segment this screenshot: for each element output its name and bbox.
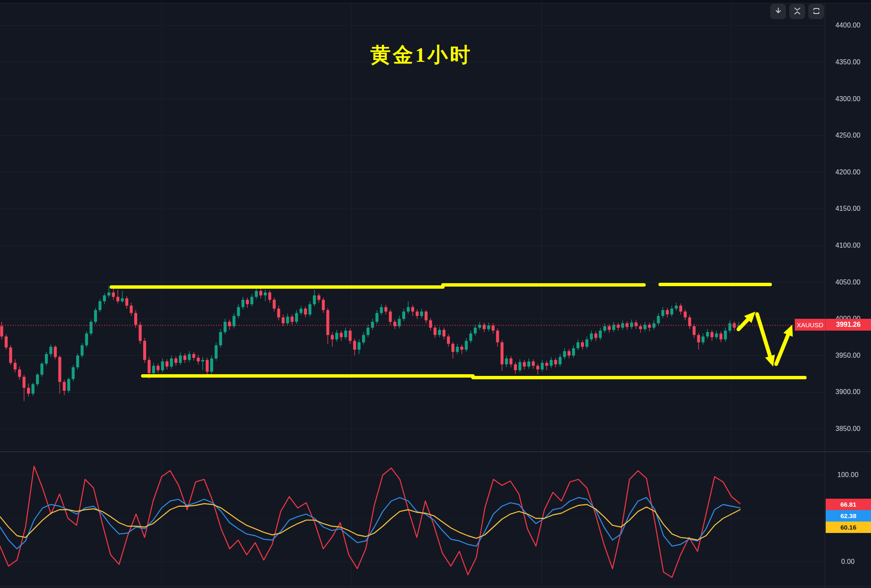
indicator-tick-label: 100.00	[825, 471, 871, 479]
price-tick-label: 4250.00	[825, 132, 871, 139]
chart-title: 黄金1小时	[349, 41, 493, 69]
indicator-value-badge: 66.81	[826, 499, 871, 510]
indicator-value-badge: 62.38	[826, 510, 871, 522]
price-tick-label: 4200.00	[825, 168, 871, 176]
symbol-name: XAUUSD	[797, 321, 824, 329]
price-tick-label: 3900.00	[825, 388, 871, 396]
indicator-tick-label: 0.00	[825, 558, 871, 566]
top-strip	[0, 0, 871, 3]
last-price-flag: 3991.26	[826, 319, 871, 331]
price-tick-label: 3850.00	[825, 425, 871, 433]
collapse-chevrons-icon	[793, 7, 802, 17]
price-tick-label: 3950.00	[825, 352, 871, 359]
price-tick-label: 4100.00	[825, 242, 871, 249]
download-button[interactable]	[770, 4, 786, 19]
download-arrow-icon	[774, 7, 783, 17]
frame-icon	[812, 7, 821, 17]
price-tick-label: 4150.00	[825, 205, 871, 213]
chart-toolbar	[770, 4, 824, 19]
symbol-price-flag: XAUUSD	[795, 319, 826, 331]
price-tick-label: 4300.00	[825, 95, 871, 103]
price-tick-label: 4050.00	[825, 279, 871, 286]
trading-chart-window: 黄金1小时 4400.004350.004300.004250.004200.0…	[0, 0, 871, 588]
price-tick-label: 4350.00	[825, 58, 871, 66]
collapse-pane-button[interactable]	[789, 4, 805, 19]
chart-canvas[interactable]	[0, 0, 871, 588]
indicator-value-badge: 60.16	[826, 522, 871, 533]
fullscreen-button[interactable]	[808, 4, 824, 19]
price-tick-label: 4400.00	[825, 22, 871, 29]
last-price-value: 3991.26	[836, 321, 861, 329]
